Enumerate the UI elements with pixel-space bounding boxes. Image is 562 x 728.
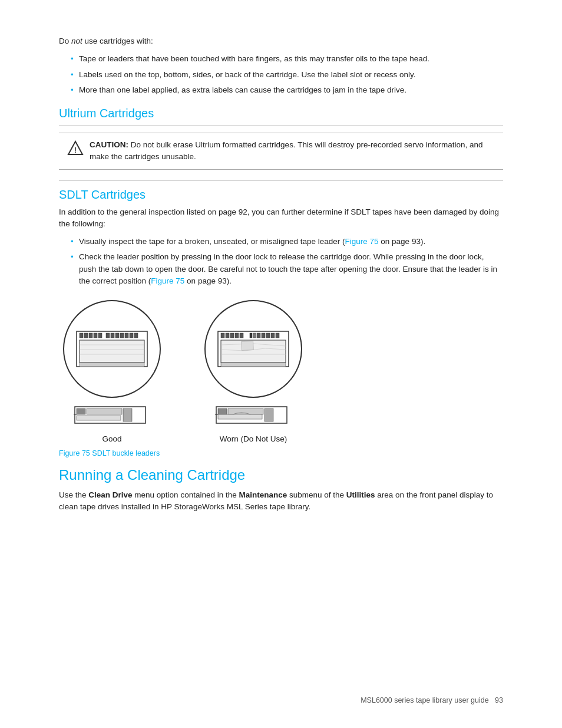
figure-worn: Worn (Do Not Use) <box>200 299 306 443</box>
svg-rect-4 <box>80 333 83 338</box>
svg-rect-35 <box>253 333 256 338</box>
caution-icon: ! <box>67 140 84 156</box>
good-diagram-small <box>74 404 150 427</box>
svg-rect-53 <box>265 409 273 421</box>
worn-label: Worn (Do Not Use) <box>220 434 287 443</box>
worn-diagram-small <box>215 404 292 427</box>
good-label: Good <box>102 434 121 443</box>
intro-bullet-list: Tape or leaders that have been touched w… <box>71 53 503 96</box>
figures-row: Good <box>59 299 503 443</box>
caution-body: Do not bulk erase Ultrium formatted cart… <box>90 140 483 161</box>
figure-good: Good <box>59 299 165 443</box>
svg-rect-31 <box>230 333 234 338</box>
worn-diagram-circle <box>200 299 306 399</box>
running-heading: Running a Cleaning Cartridge <box>59 467 503 483</box>
svg-rect-15 <box>134 333 138 338</box>
svg-rect-24 <box>123 409 132 421</box>
figure75-link-1[interactable]: Figure 75 <box>345 237 379 246</box>
svg-rect-29 <box>221 333 224 338</box>
clean-drive-bold: Clean Drive <box>88 490 132 499</box>
sdlt-bullet-2: Check the leader position by pressing in… <box>71 251 503 287</box>
footer-text: MSL6000 series tape library user guide <box>361 696 488 704</box>
svg-rect-14 <box>130 333 133 338</box>
figure-caption: Figure 75 SDLT buckle leaders <box>59 449 503 457</box>
caution-text: CAUTION: Do not bulk erase Ultrium forma… <box>90 139 495 163</box>
bullet-item-2: Labels used on the top, bottom, sides, o… <box>71 69 503 81</box>
svg-rect-30 <box>226 333 229 338</box>
svg-rect-33 <box>240 333 243 338</box>
figure-caption-text: SDLT buckle leaders <box>92 449 160 457</box>
utilities-bold: Utilities <box>346 490 375 499</box>
svg-rect-49 <box>221 363 286 367</box>
sdlt-heading: SDLT Cartridges <box>59 188 503 202</box>
svg-rect-34 <box>250 333 252 338</box>
svg-rect-11 <box>115 333 119 338</box>
sdlt-body1: In addition to the general inspection li… <box>59 206 503 230</box>
svg-rect-36 <box>257 333 260 338</box>
figure75-link-2[interactable]: Figure 75 <box>151 276 184 285</box>
ultrium-divider <box>59 125 503 126</box>
svg-rect-10 <box>111 333 114 338</box>
svg-rect-7 <box>94 333 97 338</box>
bullet-item-3: More than one label applied, as extra la… <box>71 84 503 96</box>
svg-rect-39 <box>271 333 275 338</box>
intro-text: Do not use cartridges with: <box>59 35 503 47</box>
figure75-caption-link[interactable]: Figure 75 <box>59 449 90 457</box>
svg-rect-37 <box>262 333 265 338</box>
svg-rect-9 <box>106 333 110 338</box>
sdlt-bullet-1: Visually inspect the tape for a broken, … <box>71 236 503 248</box>
svg-text:!: ! <box>74 146 77 154</box>
caution-label: CAUTION: <box>90 140 128 149</box>
svg-rect-25 <box>77 416 121 420</box>
svg-rect-22 <box>77 409 85 414</box>
svg-rect-54 <box>218 414 262 419</box>
maintenance-bold: Maintenance <box>239 490 287 499</box>
sdlt-bullet-list: Visually inspect the tape for a broken, … <box>71 236 503 287</box>
svg-rect-12 <box>120 333 124 338</box>
svg-rect-48 <box>242 341 254 350</box>
svg-rect-20 <box>80 363 144 367</box>
svg-rect-5 <box>84 333 88 338</box>
bullet-item-1: Tape or leaders that have been touched w… <box>71 53 503 65</box>
svg-rect-38 <box>266 333 270 338</box>
svg-rect-51 <box>218 409 227 414</box>
svg-rect-32 <box>235 333 239 338</box>
running-body: Use the Clean Drive menu option containe… <box>59 489 503 513</box>
page: Do not use cartridges with: Tape or lead… <box>0 0 562 728</box>
footer: MSL6000 series tape library user guide 9… <box>361 696 503 704</box>
ultrium-bottom-divider <box>59 180 503 181</box>
good-diagram-circle <box>59 299 165 399</box>
caution-box: ! CAUTION: Do not bulk erase Ultrium for… <box>59 133 503 170</box>
svg-rect-40 <box>276 333 279 338</box>
svg-rect-13 <box>125 333 128 338</box>
svg-rect-6 <box>89 333 92 338</box>
svg-rect-23 <box>87 409 122 414</box>
ultrium-heading: Ultrium Cartridges <box>59 107 503 120</box>
svg-rect-8 <box>98 333 102 338</box>
svg-rect-16 <box>80 340 144 363</box>
footer-page: 93 <box>495 696 503 704</box>
